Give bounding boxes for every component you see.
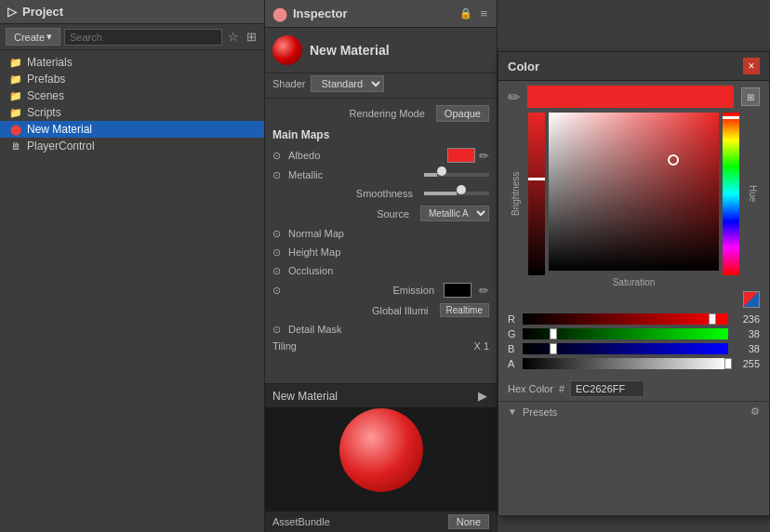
albedo-color-swatch[interactable] — [447, 148, 475, 163]
dropdown-arrow-icon: ▾ — [46, 31, 52, 43]
metallic-checkbox[interactable]: ⊙ — [272, 169, 281, 181]
rgba-section: R 236 G 38 B 38 A 255 — [498, 310, 769, 377]
project-toolbar: Create ▾ ☆ ⊞ — [0, 24, 264, 50]
a-slider[interactable] — [523, 358, 728, 369]
b-label: B — [508, 343, 519, 354]
source-dropdown[interactable]: Metallic A — [420, 206, 489, 221]
preview-sphere — [339, 408, 423, 492]
tree-item-player-control[interactable]: 🗎 PlayerControl — [0, 138, 264, 154]
g-thumb — [550, 328, 557, 339]
lock-icon[interactable]: 🔒 — [458, 5, 474, 22]
preview-header: New Material ▶ — [265, 384, 497, 407]
g-slider[interactable] — [523, 328, 728, 339]
shader-row: Shader Standard — [265, 73, 497, 99]
tiling-row: Tiling X 1 — [265, 339, 497, 353]
color-mode-button[interactable]: ⊞ — [741, 87, 760, 106]
hue-label: Hue — [743, 113, 762, 275]
hue-col: Hue — [743, 113, 762, 275]
project-panel: ▷ Project Create ▾ ☆ ⊞ 📁 Materials 📁 Pre… — [0, 0, 265, 532]
create-button[interactable]: Create ▾ — [6, 28, 60, 46]
material-icon: ⬤ — [9, 123, 22, 136]
global-illum-label: Global Illumi — [272, 305, 434, 316]
tree-item-scripts[interactable]: 📁 Scripts — [0, 104, 264, 121]
rendering-mode-label: Rendering Mode — [272, 108, 431, 119]
height-map-label: Height Map — [288, 246, 489, 258]
g-value: 38 — [732, 328, 760, 339]
metallic-slider[interactable] — [424, 169, 489, 180]
hue-slider[interactable] — [723, 113, 739, 275]
star-icon[interactable]: ☆ — [226, 28, 241, 46]
height-map-checkbox[interactable]: ⊙ — [272, 246, 281, 259]
saturation-brightness-box[interactable] — [549, 113, 719, 271]
detail-mask-label: Detail Mask — [288, 324, 489, 335]
tree-item-prefabs[interactable]: 📁 Prefabs — [0, 71, 264, 87]
albedo-eyedropper-icon[interactable]: ✏ — [479, 149, 489, 163]
emission-checkbox[interactable]: ⊙ — [272, 285, 281, 297]
color-space-toggle[interactable] — [743, 291, 760, 308]
a-thumb — [724, 358, 732, 369]
b-row: B 38 — [508, 343, 760, 354]
color-picker-panel: Color × ✏ ⊞ Brightness Hue Saturation — [498, 51, 770, 516]
tree-item-new-material[interactable]: ⬤ New Material — [0, 121, 264, 138]
main-maps-header: Main Maps — [265, 125, 497, 145]
emission-eyedropper-icon[interactable]: ✏ — [479, 284, 489, 298]
tree-item-scenes[interactable]: 📁 Scenes — [0, 87, 264, 104]
color-panel-title: Color — [508, 60, 539, 73]
smoothness-row: Smoothness — [265, 184, 497, 203]
occlusion-label: Occlusion — [288, 265, 489, 276]
a-row: A 255 — [508, 358, 760, 369]
g-row: G 38 — [508, 328, 760, 339]
file-tree: 📁 Materials 📁 Prefabs 📁 Scenes 📁 Scripts… — [0, 50, 264, 532]
r-value: 236 — [732, 313, 760, 325]
preview-footer: AssetBundle None — [265, 512, 497, 532]
preview-play-icon[interactable]: ▶ — [476, 387, 489, 405]
assetbundle-dropdown[interactable]: None — [448, 514, 489, 529]
tiling-label: Tiling — [272, 340, 297, 352]
material-name: New Material — [310, 43, 390, 58]
search-input[interactable] — [64, 29, 222, 46]
a-label: A — [508, 358, 519, 369]
rendering-mode-row: Rendering Mode Opaque — [265, 102, 497, 125]
emission-color-swatch[interactable] — [444, 283, 471, 298]
presets-gear-icon[interactable]: ⚙ — [750, 406, 760, 418]
global-illum-button[interactable]: Realtime — [440, 303, 489, 317]
shader-dropdown[interactable]: Standard — [311, 75, 384, 92]
sb-canvas — [549, 113, 719, 271]
inspector-body: Rendering Mode Opaque Main Maps ⊙ Albedo… — [265, 99, 497, 383]
project-icon: ▷ — [7, 5, 17, 19]
tree-item-materials[interactable]: 📁 Materials — [0, 54, 264, 71]
normal-map-row: ⊙ Normal Map — [265, 224, 497, 243]
brightness-slider[interactable] — [528, 113, 545, 275]
rendering-mode-button[interactable]: Opaque — [436, 105, 489, 122]
hex-input[interactable] — [570, 380, 644, 397]
brightness-col: Brightness — [506, 113, 524, 275]
menu-icon[interactable]: ≡ — [478, 5, 489, 22]
detail-mask-checkbox[interactable]: ⊙ — [272, 324, 281, 336]
project-panel-header: ▷ Project — [0, 0, 264, 24]
smoothness-label: Smoothness — [272, 188, 418, 199]
occlusion-checkbox[interactable]: ⊙ — [272, 265, 281, 277]
color-mode-row — [508, 291, 760, 308]
saturation-label: Saturation — [508, 277, 760, 287]
script-icon: 🗎 — [9, 140, 22, 153]
material-header: New Material — [265, 28, 497, 73]
occlusion-row: ⊙ Occlusion — [265, 261, 497, 280]
filter-icon[interactable]: ⊞ — [245, 28, 259, 46]
albedo-checkbox[interactable]: ⊙ — [272, 150, 281, 162]
b-slider[interactable] — [523, 343, 728, 354]
emission-label: Emission — [286, 285, 440, 296]
color-panel-close-button[interactable]: × — [743, 58, 760, 74]
eyedropper-icon[interactable]: ✏ — [508, 88, 520, 106]
hex-label: Hex Color — [508, 383, 553, 394]
inspector-panel: ⬤ Inspector 🔒 ≡ New Material Shader Stan… — [265, 0, 498, 532]
b-value: 38 — [732, 343, 760, 354]
normal-map-checkbox[interactable]: ⊙ — [272, 228, 281, 240]
folder-icon: 📁 — [9, 56, 22, 69]
presets-header: ▼ Presets ⚙ — [498, 401, 769, 421]
shader-label: Shader — [272, 78, 305, 89]
detail-mask-row: ⊙ Detail Mask — [265, 320, 497, 339]
hex-row: Hex Color # — [498, 377, 769, 401]
r-slider[interactable] — [523, 313, 728, 325]
normal-map-label: Normal Map — [288, 228, 489, 239]
smoothness-slider[interactable] — [424, 188, 489, 199]
